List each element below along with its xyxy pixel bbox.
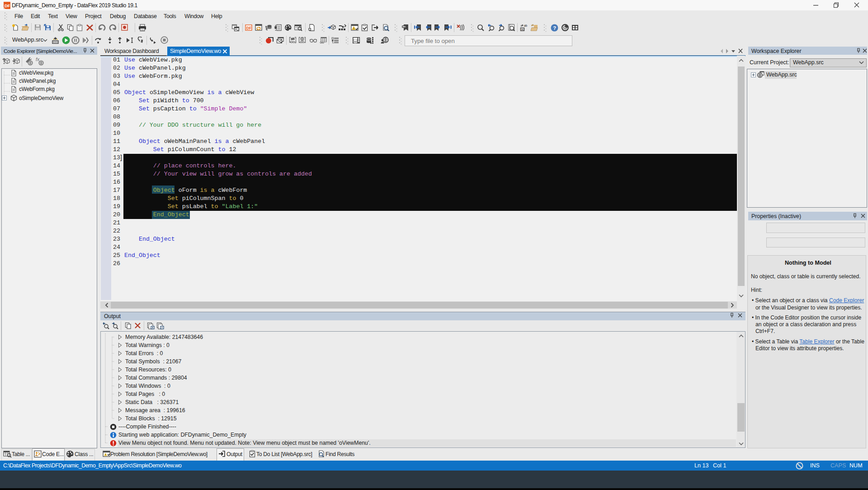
svg-text:DF: DF	[246, 26, 251, 30]
svg-text:ab: ab	[524, 24, 528, 27]
svg-text:!: !	[354, 27, 354, 30]
svg-text:fx: fx	[36, 57, 40, 62]
svg-text:!: !	[105, 453, 106, 456]
svg-text:ac: ac	[521, 28, 525, 31]
svg-text:DF: DF	[5, 3, 10, 8]
svg-text:?: ?	[553, 25, 556, 31]
